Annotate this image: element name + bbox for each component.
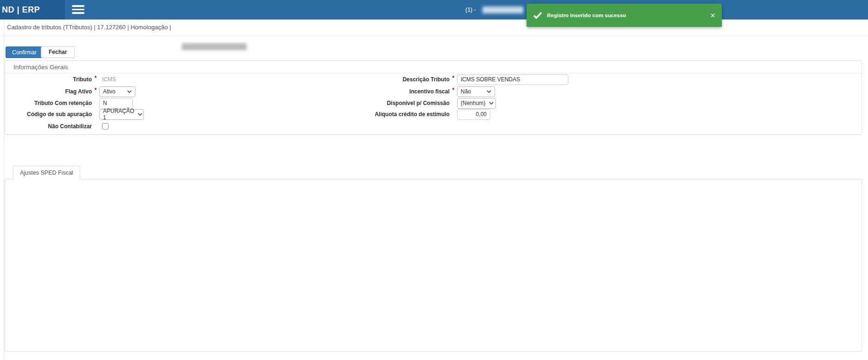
redacted-user-name xyxy=(482,7,523,13)
sub-apuracao-selected: APURAÇÃO 1 xyxy=(103,108,134,121)
nao-contabilizar-checkbox[interactable] xyxy=(102,123,109,130)
chevron-down-icon xyxy=(489,102,494,105)
redacted-company-name xyxy=(182,43,247,50)
sub-apuracao-select[interactable]: APURAÇÃO 1 xyxy=(99,109,144,120)
hamburger-menu-icon[interactable] xyxy=(72,5,84,14)
required-asterisk: * xyxy=(450,87,457,93)
toast-message: Registro inserido com sucesso xyxy=(547,13,710,18)
disponivel-comissao-select[interactable]: (Nenhum) xyxy=(457,98,496,109)
chevron-down-icon xyxy=(487,90,491,93)
required-asterisk: * xyxy=(450,75,457,81)
content-left-edge xyxy=(4,20,4,360)
disponivel-comissao-label: Disponível p/ Comissão xyxy=(302,100,450,106)
aliquota-credito-input[interactable] xyxy=(457,109,490,120)
incentivo-fiscal-label: Incentivo fiscal xyxy=(302,88,450,95)
tributo-value: ICMS xyxy=(99,76,116,83)
confirm-button[interactable]: Confirmar xyxy=(6,46,43,58)
flag-ativo-selected: Ativo xyxy=(103,88,116,95)
top-navigation-bar: ND | ERP (1) - xyxy=(0,0,868,20)
disponivel-comissao-selected: (Nenhum) xyxy=(461,100,485,106)
flag-ativo-label: Flag Ativo xyxy=(11,88,92,95)
toast-close-icon[interactable]: ✕ xyxy=(710,12,715,19)
incentivo-fiscal-selected: Não xyxy=(461,88,471,95)
required-asterisk: * xyxy=(92,75,99,81)
close-button[interactable]: Fechar xyxy=(41,46,75,58)
nao-contabilizar-label: Não Contabilizar xyxy=(11,123,92,130)
app-logo: ND | ERP xyxy=(0,0,65,20)
success-toast: Registro inserido com sucesso ✕ xyxy=(527,4,722,27)
session-info: (1) - xyxy=(465,0,476,20)
flag-ativo-select[interactable]: Ativo xyxy=(99,86,135,97)
incentivo-fiscal-select[interactable]: Não xyxy=(457,86,495,97)
chevron-down-icon xyxy=(138,113,142,116)
descricao-tributo-input[interactable] xyxy=(457,74,568,85)
required-asterisk: * xyxy=(92,87,99,93)
chevron-down-icon xyxy=(127,90,132,93)
tab-content-panel xyxy=(5,179,862,352)
tributo-retencao-input[interactable] xyxy=(99,98,133,109)
descricao-tributo-label: Descrição Tributo xyxy=(302,76,450,83)
tributo-retencao-label: Tributo Com retenção xyxy=(11,100,92,106)
breadcrumb-bar: Cadastro de tributos (TTributos) | 17.12… xyxy=(0,20,868,35)
aliquota-credito-label: Alíquota crédito de estimulo xyxy=(302,111,450,118)
tab-ajustes-sped-fiscal[interactable]: Ajustes SPED Fiscal xyxy=(13,166,80,180)
sub-apuracao-label: Código de sub apuração xyxy=(11,111,92,118)
breadcrumb: Cadastro de tributos (TTributos) | 17.12… xyxy=(7,20,171,35)
general-info-panel: Informações Gerais Tributo * ICMS Flag A… xyxy=(5,60,862,135)
general-info-title: Informações Gerais xyxy=(5,61,862,73)
check-icon xyxy=(533,12,542,19)
tributo-label: Tributo xyxy=(11,76,92,83)
